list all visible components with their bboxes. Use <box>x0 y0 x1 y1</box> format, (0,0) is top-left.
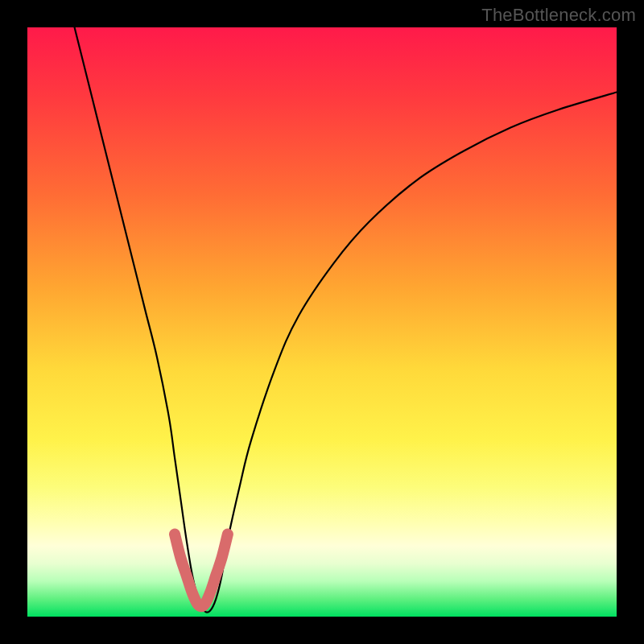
chart-frame: TheBottleneck.com <box>0 0 644 644</box>
plot-area <box>27 27 617 617</box>
watermark-text: TheBottleneck.com <box>481 5 636 26</box>
curve-layer <box>27 27 617 617</box>
highlight-band-path <box>175 535 228 607</box>
bottleneck-curve-path <box>75 27 617 613</box>
